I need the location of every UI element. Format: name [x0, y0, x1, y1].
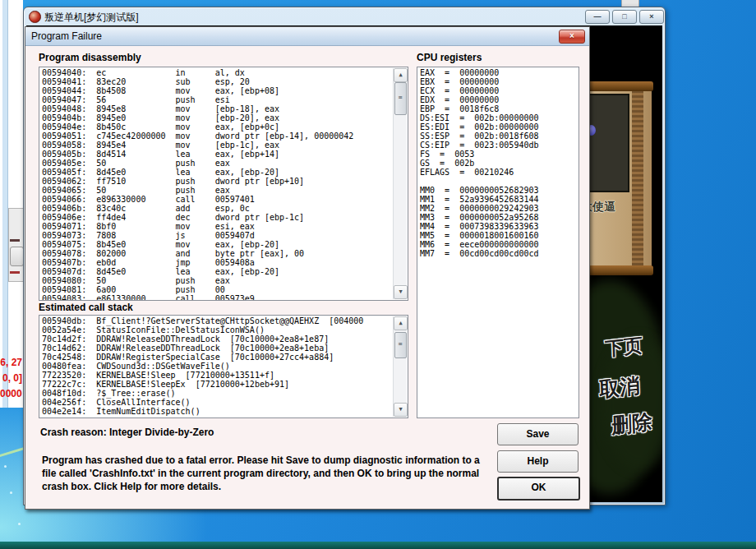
disassembly-line: 00594058: 8945e4 mov [ebp-1c], eax	[42, 141, 393, 150]
disassembly-line: 00594066: e896330000 call 00597401	[42, 195, 393, 204]
background-text-fragment	[10, 271, 20, 274]
register-line: MM0 = 0000000052682903	[420, 186, 577, 195]
game-window-titlebar[interactable]: 叛逆单机[梦幻测试版] — □ ×	[24, 7, 665, 25]
taskbar-edge	[0, 542, 756, 549]
disassembly-text: 00594040: ec in al, dx00594041: 83ec20 s…	[42, 68, 393, 300]
close-icon: ×	[569, 31, 574, 40]
callstack-label: Estimated call stack	[39, 302, 133, 313]
desktop: 6, 270, 0]00000 叛逆单机[梦幻测试版] — □ × 大使逼	[0, 0, 756, 549]
disassembly-line: 0059404e: 8b450c mov eax, [ebp+0c]	[42, 122, 393, 131]
game-menu-next-page[interactable]: 下页	[605, 333, 643, 362]
game-window-title: 叛逆单机[梦幻测试版]	[44, 11, 139, 25]
crash-reason-text: Crash reason: Integer Divide-by-Zero	[40, 427, 214, 438]
registers-text: EAX = 00000000EBX = 00000000ECX = 000000…	[420, 68, 577, 418]
crash-dialog: Program Failure × Program disassembly 00…	[25, 26, 590, 510]
disassembly-line: 0059405b: 8d4514 lea eax, [ebp+14]	[42, 150, 393, 159]
background-window-button[interactable]	[10, 247, 24, 266]
disassembly-line: 00594044: 8b4508 mov eax, [ebp+08]	[42, 86, 393, 95]
register-line: EFLAGS = 00210246	[420, 168, 577, 177]
disassembly-line: 00594062: ff7510 push dword ptr [ebp+10]	[42, 177, 393, 186]
disassembly-label: Program disassembly	[39, 52, 141, 63]
callstack-line: 77223520: KERNELBASE!Sleep [77210000+135…	[42, 371, 393, 380]
close-icon: ×	[649, 12, 653, 21]
background-debug-text: 6, 270, 0]00000	[0, 355, 22, 402]
disassembly-line: 00594051: c745ec42000000 mov dword ptr […	[42, 131, 393, 141]
register-line: MM1 = 52a9396452683144	[420, 195, 577, 204]
dialog-close-button[interactable]: ×	[559, 30, 585, 44]
register-line: MM7 = 00cd00cd00cd00cd	[420, 249, 577, 258]
register-line: MM4 = 0007398339633963	[420, 222, 577, 231]
callstack-line: 77222c7c: KERNELBASE!SleepEx [77210000+1…	[42, 380, 393, 389]
register-line: EBX = 00000000	[420, 77, 577, 86]
disassembly-line: 0059404b: 8945e0 mov [ebp-20], eax	[42, 113, 393, 122]
callstack-line: 0052a54e: StatusIconFile::DelStatusIconW…	[42, 325, 393, 334]
dialog-titlebar[interactable]: Program Failure ×	[25, 27, 589, 46]
register-line: MM5 = 0000018001600160	[420, 231, 577, 240]
callstack-text: 005940db: Bf_Client!?GetServerState@CHtt…	[42, 316, 393, 418]
disassembly-line: 00594040: ec in al, dx	[42, 68, 393, 77]
disassembly-line: 00594071: 8bf0 mov esi, eax	[42, 222, 393, 231]
game-app-icon	[29, 11, 41, 23]
debug-text-line: 6, 27	[0, 355, 22, 371]
scroll-down-icon[interactable]: ▼	[394, 403, 408, 417]
register-line: SS:ESP = 002b:0018f608	[420, 131, 577, 141]
debug-text-line: 0, 0]	[0, 371, 22, 386]
dialog-title: Program Failure	[31, 30, 102, 42]
wallpaper-sparkle	[10, 491, 12, 494]
callstack-line: 0048f10d: ?$_Tree::erase()	[42, 389, 393, 398]
disassembly-line: 0059405e: 50 push eax	[42, 159, 393, 168]
register-line: MM3 = 0000000052a95268	[420, 213, 577, 222]
maximize-button[interactable]: □	[612, 10, 637, 24]
scrollbar-thumb[interactable]: ≡	[394, 332, 407, 358]
ok-button[interactable]: OK	[497, 477, 580, 501]
close-button[interactable]: ×	[639, 10, 664, 24]
register-line: MM2 = 0000000029242903	[420, 204, 577, 213]
register-line: EDX = 00000000	[420, 95, 577, 104]
registers-label: CPU registers	[417, 52, 482, 63]
register-line: EAX = 00000000	[420, 68, 577, 77]
register-line: MM6 = eece000000000000	[420, 240, 577, 249]
maximize-icon: □	[622, 12, 626, 21]
callstack-scrollbar[interactable]: ▲ ≡ ▼	[393, 316, 407, 417]
disassembly-line: 00594081: 6a00 push 00	[42, 285, 393, 294]
background-text-fragment	[10, 239, 20, 242]
register-line: ECX = 00000000	[420, 86, 577, 95]
disassembly-box[interactable]: 00594040: ec in al, dx00594041: 83ec20 s…	[39, 67, 408, 301]
register-line: CS:EIP = 0023:005940db	[420, 141, 577, 150]
disassembly-scrollbar[interactable]: ▲ ≡ ▼	[393, 68, 407, 299]
disassembly-line: 00594083: e861330000 call 005973e9	[42, 294, 393, 300]
disassembly-line: 00594048: 8945e8 mov [ebp-18], eax	[42, 104, 393, 113]
help-button[interactable]: Help	[497, 450, 579, 473]
registers-box[interactable]: EAX = 00000000EBX = 00000000ECX = 000000…	[417, 67, 579, 418]
callstack-box[interactable]: 005940db: Bf_Client!?GetServerState@CHtt…	[39, 315, 408, 418]
minimize-button[interactable]: —	[585, 10, 610, 24]
callstack-line: 70c14d2f: DDRAW!ReleaseDDThreadLock [70c…	[42, 334, 393, 344]
disassembly-line: 00594073: 7808 js 0059407d	[42, 231, 393, 240]
save-button[interactable]: Save	[497, 423, 579, 445]
minimize-icon: —	[594, 12, 602, 21]
wallpaper-sparkle	[4, 465, 7, 468]
register-line: EBP = 0018f6c8	[420, 104, 577, 113]
register-line: GS = 002b	[420, 159, 577, 168]
game-menu-cancel[interactable]: 取消	[599, 371, 641, 403]
register-line: ES:EDI = 002b:00000000	[420, 122, 577, 131]
callstack-line: 70c42548: DDRAW!RegisterSpecialCase [70c…	[42, 353, 393, 362]
disassembly-line: 00594075: 8b45e0 mov eax, [ebp-20]	[42, 240, 393, 249]
disassembly-line: 00594065: 50 push eax	[42, 186, 393, 195]
scroll-down-icon[interactable]: ▼	[394, 285, 408, 299]
scroll-border-pattern	[632, 91, 643, 265]
callstack-line: 005940db: Bf_Client!?GetServerState@CHtt…	[42, 316, 393, 325]
background-window-border	[2, 0, 8, 408]
disassembly-line: 0059407b: eb0d jmp 0059408a	[42, 258, 393, 267]
disassembly-line: 0059405f: 8d45e0 lea eax, [ebp-20]	[42, 168, 393, 177]
scroll-up-icon[interactable]: ▲	[394, 316, 408, 330]
game-menu-delete[interactable]: 删除	[611, 408, 653, 439]
disassembly-line: 00594047: 56 push esi	[42, 95, 393, 104]
scrollbar-thumb[interactable]: ≡	[394, 82, 407, 115]
disassembly-line: 00594041: 83ec20 sub esp, 20	[42, 77, 393, 86]
callstack-line: 004e256f: CloseAllInterface()	[42, 398, 393, 407]
callstack-line: 70c14d62: DDRAW!ReleaseDDThreadLock [70c…	[42, 344, 393, 353]
register-line: DS:ESI = 002b:00000000	[420, 113, 577, 122]
scroll-up-icon[interactable]: ▲	[394, 68, 408, 82]
disassembly-line: 00594080: 50 push eax	[42, 276, 393, 285]
